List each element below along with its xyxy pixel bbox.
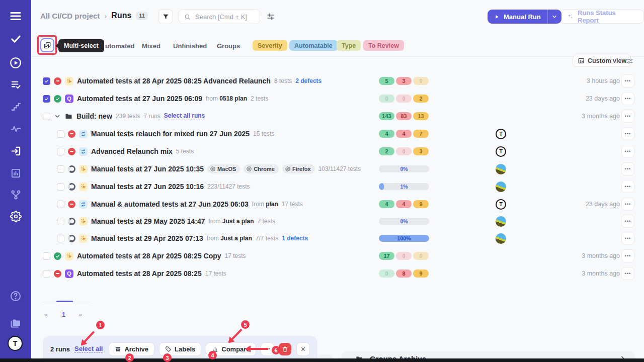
result-pill: 0: [396, 252, 412, 260]
run-row: Manual tests at 29 May 2025 14:47from Ju…: [31, 213, 644, 230]
row-checkbox[interactable]: [43, 252, 50, 260]
sidebar-check-icon[interactable]: [10, 33, 22, 45]
manual-run-button[interactable]: Manual Run: [488, 10, 561, 24]
row-checkbox[interactable]: [57, 165, 64, 173]
defects-link[interactable]: 2 defects: [295, 77, 321, 84]
defects-link[interactable]: 1 defects: [282, 235, 308, 242]
run-row: Manual tests at 29 Apr 2025 07:13from Ju…: [31, 230, 644, 247]
row-more-button[interactable]: •••: [621, 180, 634, 193]
sidebar-gear-icon[interactable]: [10, 211, 22, 222]
run-title[interactable]: Manual & automated tests at 27 Jun 2025 …: [91, 200, 249, 208]
close-selection-button[interactable]: ✕: [296, 342, 310, 356]
annotation-arrow-6: [246, 348, 268, 350]
filter-button[interactable]: [158, 9, 173, 24]
qase-run-icon: Q: [65, 269, 73, 278]
result-pill: 3: [413, 147, 429, 155]
sidebar-help-icon[interactable]: [10, 290, 22, 302]
row-more-button[interactable]: •••: [621, 110, 634, 123]
run-title[interactable]: Build: new: [76, 112, 112, 120]
progress-bar: 1%: [379, 183, 429, 190]
manual-run-dropdown[interactable]: [548, 10, 561, 24]
sidebar-branch-icon[interactable]: [10, 189, 22, 201]
row-more-button[interactable]: •••: [621, 249, 634, 262]
result-pills: 1438313: [379, 112, 429, 120]
run-title[interactable]: Manual tests at 29 May 2025 14:47: [91, 217, 205, 225]
run-title[interactable]: Advanced Relaunch mix: [91, 147, 173, 155]
run-title[interactable]: Manual tests at 27 Jun 2025 10:16: [91, 183, 204, 191]
row-more-button[interactable]: •••: [621, 127, 634, 140]
row-more-button[interactable]: •••: [621, 92, 634, 105]
row-more-button[interactable]: •••: [621, 145, 634, 158]
trash-icon: [282, 346, 288, 352]
magic-cursor-icon: [79, 165, 88, 173]
row-checkbox[interactable]: [43, 113, 50, 120]
filter-chip-automatable[interactable]: Automatable: [289, 40, 338, 51]
search-input[interactable]: [194, 13, 255, 21]
from-plan-label: from 0518 plan: [206, 95, 247, 102]
row-more-button[interactable]: •••: [621, 232, 634, 245]
sidebar-activity-icon[interactable]: [10, 123, 22, 135]
chevron-down-icon[interactable]: [54, 113, 61, 120]
sidebar-import-icon[interactable]: [10, 145, 22, 157]
row-checkbox[interactable]: [43, 95, 50, 103]
row-checkbox[interactable]: [57, 130, 64, 138]
row-checkbox[interactable]: [57, 235, 64, 242]
sidebar-chart-icon[interactable]: [10, 167, 22, 179]
status-progress-icon: [68, 235, 75, 242]
run-title[interactable]: Automated tests at 27 Jun 2025 06:09: [77, 95, 202, 103]
run-title[interactable]: Manual tests at 29 Apr 2025 07:13: [91, 234, 203, 242]
row-checkbox[interactable]: [57, 201, 64, 208]
row-more-button[interactable]: •••: [621, 215, 634, 228]
run-title[interactable]: Automated tests at 28 Apr 2025 08:25 Cop…: [77, 252, 221, 260]
tab-unfinished[interactable]: Unfinished: [173, 42, 207, 50]
progress-bar: 0%: [379, 218, 429, 225]
result-pills: 530: [379, 77, 429, 85]
tab-mixed[interactable]: Mixed: [142, 42, 160, 50]
result-pills: 1700: [379, 252, 429, 260]
row-checkbox[interactable]: [57, 183, 64, 191]
row-more-button[interactable]: •••: [621, 74, 634, 87]
tab-utomated[interactable]: utomated: [105, 42, 135, 50]
row-more-button[interactable]: •••: [621, 198, 634, 211]
row-checkbox[interactable]: [43, 270, 50, 278]
runs-count-badge: 11: [136, 12, 148, 20]
filter-chip-to-review[interactable]: To Review: [363, 40, 404, 51]
row-checkbox[interactable]: [57, 148, 64, 155]
run-row: Manual tests at 27 Jun 2025 10:16223/114…: [31, 178, 644, 195]
runs-status-report-button[interactable]: Runs Status Report: [559, 10, 644, 24]
run-row: QAutomated tests at 28 Apr 2025 08:2517 …: [31, 265, 644, 282]
run-title[interactable]: Manual tests at 27 Jun 2025 10:35: [91, 165, 204, 173]
env-badge: MacOS: [207, 164, 240, 173]
result-pill: 9: [413, 269, 429, 278]
breadcrumb-project[interactable]: All CI/CD project: [40, 12, 100, 20]
magic-cursor-icon: [79, 183, 88, 191]
sidebar-menu-icon[interactable]: [9, 10, 22, 23]
annotation-number-4: 4: [208, 351, 217, 359]
pagination-page-1[interactable]: 1: [62, 311, 65, 318]
custom-view-button[interactable]: Custom view: [573, 55, 631, 67]
sidebar-folders-icon[interactable]: [10, 317, 22, 329]
row-more-button[interactable]: •••: [621, 162, 634, 175]
sidebar-play-circle-icon[interactable]: [9, 56, 22, 69]
row-checkbox[interactable]: [43, 77, 50, 85]
view-settings-icon[interactable]: [625, 57, 634, 65]
delete-button[interactable]: [279, 343, 291, 355]
sidebar-list-check-icon[interactable]: [10, 79, 22, 90]
row-more-button[interactable]: •••: [621, 267, 634, 280]
pagination-prev[interactable]: «: [44, 311, 48, 318]
run-title[interactable]: Automated tests at 28 Apr 2025 08:25: [77, 269, 202, 278]
pagination-next[interactable]: »: [78, 311, 82, 318]
annotation-number-6: 6: [272, 346, 280, 354]
run-title[interactable]: Manual tests relauch for mixed run 27 Ju…: [91, 130, 250, 138]
tab-groups[interactable]: Groups: [217, 42, 240, 50]
timestamp: 3 hours ago: [587, 77, 620, 84]
row-checkbox[interactable]: [57, 218, 64, 225]
workspace-avatar[interactable]: T: [8, 336, 23, 351]
select-all-runs-link[interactable]: Select all runs: [164, 112, 205, 120]
search-settings-icon[interactable]: [266, 12, 275, 21]
sidebar-steps-icon[interactable]: [10, 101, 22, 113]
filter-chip-severity[interactable]: Severity: [253, 40, 287, 51]
result-pill: 8: [396, 269, 412, 278]
run-title[interactable]: Automated tests at 28 Apr 2025 08:25 Adv…: [77, 77, 271, 85]
filter-chip-type[interactable]: Type: [337, 40, 361, 51]
